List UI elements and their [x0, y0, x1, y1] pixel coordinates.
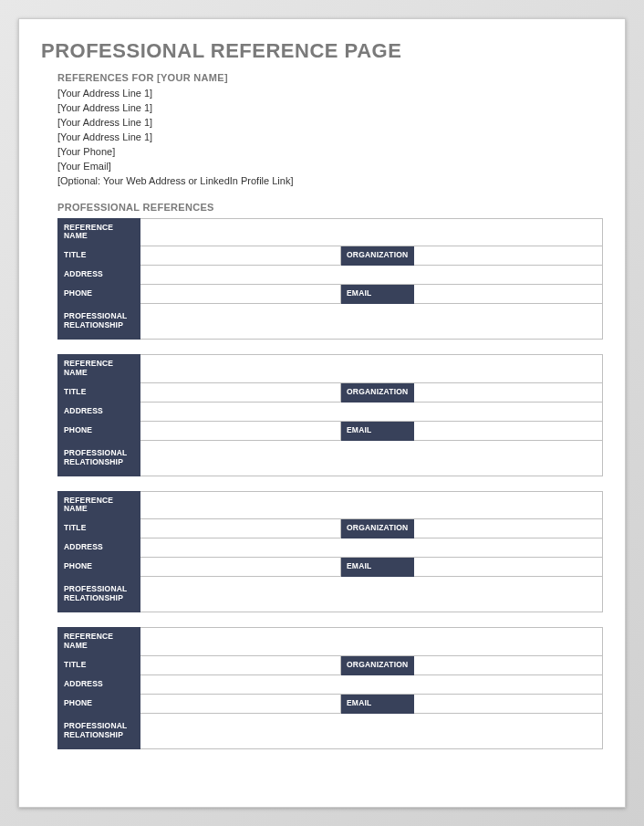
label-title: TITLE	[58, 382, 140, 402]
phone-line: [Your Phone]	[57, 145, 603, 160]
input-phone[interactable]	[140, 421, 341, 440]
label-address: ADDRESS	[58, 538, 140, 558]
input-address[interactable]	[140, 538, 603, 558]
label-reference-name: REFERENCE NAME	[58, 491, 140, 519]
label-organization: ORGANIZATION	[341, 519, 414, 538]
label-organization: ORGANIZATION	[341, 246, 414, 266]
label-email: EMAIL	[341, 285, 414, 304]
input-email[interactable]	[414, 421, 603, 440]
input-phone[interactable]	[140, 285, 341, 304]
input-title[interactable]	[140, 382, 341, 402]
input-address[interactable]	[140, 674, 603, 694]
input-organization[interactable]	[414, 246, 603, 266]
label-phone: PHONE	[58, 421, 140, 440]
label-professional-relationship: PROFESSIONAL RELATIONSHIP	[58, 713, 140, 748]
document-page: PROFESSIONAL REFERENCE PAGE REFERENCES F…	[18, 18, 626, 808]
input-reference-name[interactable]	[140, 218, 603, 246]
input-title[interactable]	[140, 519, 341, 538]
input-reference-name[interactable]	[140, 628, 603, 656]
input-professional-relationship[interactable]	[140, 713, 603, 748]
reference-block: REFERENCE NAME TITLE ORGANIZATION ADDRES…	[57, 491, 603, 613]
input-reference-name[interactable]	[140, 355, 603, 383]
label-professional-relationship: PROFESSIONAL RELATIONSHIP	[58, 577, 140, 612]
label-address: ADDRESS	[58, 266, 140, 285]
input-professional-relationship[interactable]	[140, 577, 603, 612]
input-professional-relationship[interactable]	[140, 304, 603, 340]
label-email: EMAIL	[341, 694, 414, 713]
web-line: [Optional: Your Web Address or LinkedIn …	[57, 174, 603, 189]
address-line: [Your Address Line 1]	[57, 131, 603, 145]
label-organization: ORGANIZATION	[341, 655, 414, 674]
label-title: TITLE	[58, 655, 140, 674]
references-for-heading: REFERENCES FOR [YOUR NAME]	[57, 72, 603, 83]
address-line: [Your Address Line 1]	[57, 87, 603, 101]
input-email[interactable]	[414, 694, 603, 713]
label-email: EMAIL	[341, 558, 414, 577]
reference-block: REFERENCE NAME TITLE ORGANIZATION ADDRES…	[57, 627, 603, 749]
label-professional-relationship: PROFESSIONAL RELATIONSHIP	[58, 440, 140, 476]
label-reference-name: REFERENCE NAME	[58, 355, 140, 383]
address-line: [Your Address Line 1]	[57, 101, 603, 116]
input-organization[interactable]	[414, 519, 603, 538]
input-email[interactable]	[414, 285, 603, 304]
label-professional-relationship: PROFESSIONAL RELATIONSHIP	[58, 304, 140, 340]
input-title[interactable]	[140, 655, 341, 674]
label-reference-name: REFERENCE NAME	[58, 218, 140, 246]
input-title[interactable]	[140, 246, 341, 266]
label-title: TITLE	[58, 246, 140, 266]
label-address: ADDRESS	[58, 674, 140, 694]
label-organization: ORGANIZATION	[341, 382, 414, 402]
label-title: TITLE	[58, 519, 140, 538]
input-reference-name[interactable]	[140, 491, 603, 519]
input-organization[interactable]	[414, 655, 603, 674]
label-phone: PHONE	[58, 285, 140, 304]
input-phone[interactable]	[140, 694, 341, 713]
input-organization[interactable]	[414, 382, 603, 402]
professional-references-heading: PROFESSIONAL REFERENCES	[57, 202, 603, 213]
input-phone[interactable]	[140, 558, 341, 577]
address-line: [Your Address Line 1]	[57, 116, 603, 131]
input-address[interactable]	[140, 402, 603, 421]
reference-block: REFERENCE NAME TITLE ORGANIZATION ADDRES…	[57, 354, 603, 476]
label-address: ADDRESS	[58, 402, 140, 421]
page-title: PROFESSIONAL REFERENCE PAGE	[41, 39, 603, 63]
label-phone: PHONE	[58, 694, 140, 713]
label-email: EMAIL	[341, 421, 414, 440]
input-email[interactable]	[414, 558, 603, 577]
label-phone: PHONE	[58, 558, 140, 577]
reference-block: REFERENCE NAME TITLE ORGANIZATION ADDRES…	[57, 218, 603, 340]
email-line: [Your Email]	[57, 160, 603, 174]
input-professional-relationship[interactable]	[140, 440, 603, 476]
input-address[interactable]	[140, 266, 603, 285]
applicant-contact-block: [Your Address Line 1] [Your Address Line…	[57, 87, 603, 189]
label-reference-name: REFERENCE NAME	[58, 628, 140, 656]
